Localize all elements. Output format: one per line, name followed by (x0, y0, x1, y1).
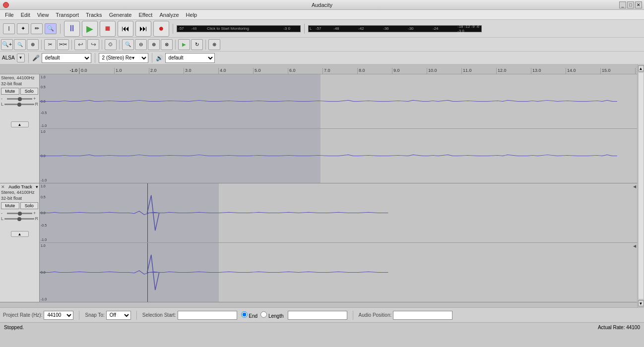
zoom-sel-btn[interactable]: 🔍 (122, 39, 134, 50)
length-radio[interactable] (260, 311, 267, 318)
menu-transport[interactable]: Transport (53, 11, 82, 18)
close-win-button[interactable]: ✕ (635, 1, 642, 8)
zoom-tool-button[interactable]: 🔍 (45, 23, 57, 34)
snap-to-select[interactable]: Off (106, 311, 131, 320)
ruler-mark-5: 5.0 (253, 68, 288, 74)
output-device-select[interactable]: default (165, 53, 215, 63)
track-waveform-2: 1.0 0.5 0.0 -0.5 -1.0 ◀ (40, 183, 637, 302)
menu-effect[interactable]: Effect (136, 11, 156, 18)
menu-help[interactable]: Help (183, 11, 200, 18)
menu-edit[interactable]: Edit (18, 11, 33, 18)
bottom-status-bar: Stopped. Actual Rate: 44100 (0, 322, 644, 332)
expand-arrow-2b: ◀ (633, 244, 636, 248)
scale-05-top: 0.5 (41, 85, 46, 89)
gain-slider-1[interactable] (7, 98, 32, 100)
wave-channel-1-top[interactable]: 1.0 0.5 0.0 -0.5 -1.0 (40, 74, 637, 129)
gain-minus-2: - (1, 211, 6, 216)
out-db4: -42 (358, 26, 364, 31)
audio-pos-input[interactable]: 00 h 00 m 00.000 s (393, 311, 452, 320)
sep-sb1 (79, 311, 79, 320)
vertical-scrollbar[interactable]: ▲ ▼ (637, 64, 644, 307)
extra-btn1[interactable]: ⊕ (208, 39, 220, 50)
sep3 (304, 24, 305, 34)
ruler-mark-0: 0.0 (79, 68, 114, 74)
wave-channel-2-top[interactable]: 1.0 0.5 0.0 -0.5 -1.0 ◀ (40, 183, 637, 243)
gain-slider-2[interactable] (7, 213, 32, 214)
zoom-tog-btn[interactable]: ⊗ (161, 39, 173, 50)
play-at-btn[interactable]: ▶ (178, 39, 190, 50)
menu-file[interactable]: File (2, 11, 17, 18)
track-collapse-btn-1[interactable]: ▲ (11, 121, 29, 127)
end-value-input[interactable]: 00 h 00 m 00.000 s (288, 311, 347, 320)
track-bitdepth-2: 32-bit float (1, 196, 38, 202)
fit-btn[interactable]: ⊕ (27, 39, 39, 50)
stop-button[interactable]: ■ (100, 21, 116, 37)
envelope-tool-button[interactable]: ✦ (17, 23, 29, 34)
channel-select[interactable]: 2 (Stereo) Re▾ (99, 53, 148, 63)
sep2 (173, 24, 173, 34)
mute-button-1[interactable]: Mute (1, 88, 19, 95)
trim-btn[interactable]: ✂ (44, 39, 56, 50)
wave-channel-2-bot[interactable]: 1.0 0.0 -1.0 ◀ (40, 243, 637, 302)
menubar: File Edit View Transport Tracks Generate… (0, 10, 644, 20)
menu-view[interactable]: View (34, 11, 52, 18)
menu-generate[interactable]: Generate (106, 11, 135, 18)
zoom-width-btn[interactable]: ⊕ (148, 39, 160, 50)
input-device-select[interactable]: default (42, 53, 91, 63)
menu-analyze[interactable]: Analyze (156, 11, 182, 18)
actual-rate-text: Actual Rate: 44100 (598, 325, 640, 330)
loop-btn[interactable]: ↻ (191, 39, 203, 50)
minimize-button[interactable]: _ (619, 1, 626, 8)
skip-end-button[interactable]: ⏭ (135, 21, 151, 37)
mute-button-2[interactable]: Mute (1, 202, 19, 209)
silence-btn[interactable]: ✂✂ (57, 39, 69, 50)
pan-thumb-1 (17, 103, 21, 107)
select-tool-button[interactable]: I (3, 23, 15, 34)
click-monitor-text[interactable]: Click to Start Monitoring (207, 26, 249, 31)
pan-slider-1[interactable] (4, 104, 34, 105)
track-name-2: Audio Track (8, 184, 32, 189)
solo-button-1[interactable]: Solo (20, 88, 39, 95)
undo-btn[interactable]: ↩ (74, 39, 86, 50)
zoom-proj-btn[interactable]: ⊖ (135, 39, 147, 50)
out-db8: -18 -12 -9 -6 -3 0 (457, 24, 481, 33)
track-close-btn-2[interactable]: ✕ (1, 184, 5, 189)
ruler-mark-2: 2.0 (149, 68, 184, 74)
track-collapse-btn-2[interactable]: ▲ (11, 231, 29, 237)
wave-channel-1-bot[interactable]: 1.0 0.0 -1.0 (40, 129, 637, 183)
draw-tool-button[interactable]: ✏ (31, 23, 43, 34)
record-button[interactable]: ● (153, 21, 169, 37)
ruler-mark-15: 15.0 (600, 68, 635, 74)
scale-m1-2b: -1.0 (41, 297, 47, 301)
sel-start-input[interactable]: 00 h 00 m 00.000 s (178, 311, 237, 320)
maximize-button[interactable]: □ (627, 1, 634, 8)
mute-solo-row-2: Mute Solo (1, 202, 38, 209)
sync-btn[interactable]: ⏲ (105, 39, 117, 50)
end-radio[interactable] (241, 311, 248, 318)
scroll-down-btn[interactable]: ▼ (638, 300, 644, 306)
scroll-thumb[interactable] (638, 72, 644, 299)
pan-slider-2[interactable] (4, 218, 34, 220)
skip-start-button[interactable]: ⏮ (118, 21, 133, 37)
host-dropdown-btn[interactable]: ▼ (17, 54, 25, 62)
pan-row-1: L R (1, 102, 38, 107)
scale-m05-2t: -0.5 (41, 224, 47, 227)
menu-tracks[interactable]: Tracks (83, 11, 105, 18)
input-monitor-meter[interactable]: -57 -48 Click to Start Monitoring -3 0 (177, 25, 301, 32)
close-button[interactable] (3, 2, 9, 8)
length-radio-label[interactable]: Length (260, 311, 283, 319)
end-length-radio: End Length (241, 311, 284, 319)
track-dropdown-2[interactable]: ▾ (36, 184, 38, 189)
solo-button-2[interactable]: Solo (20, 202, 39, 209)
project-rate-select[interactable]: 44100 (44, 311, 73, 320)
play-button[interactable]: ▶ (82, 21, 98, 37)
redo-btn[interactable]: ↪ (87, 39, 99, 50)
zoom-in-btn[interactable]: 🔍+ (1, 39, 13, 50)
scroll-up-btn[interactable]: ▲ (638, 65, 644, 71)
ruler-mark-13: 13.0 (531, 68, 566, 74)
zoom-out-btn[interactable]: 🔍 (14, 39, 26, 50)
end-radio-label[interactable]: End (241, 311, 258, 319)
out-db2: -57 (316, 26, 322, 31)
tracks-container: -1.0 0.0 1.0 2.0 3.0 4.0 5.0 6.0 7.0 8.0… (0, 64, 637, 307)
pause-button[interactable]: ⏸ (64, 21, 80, 37)
